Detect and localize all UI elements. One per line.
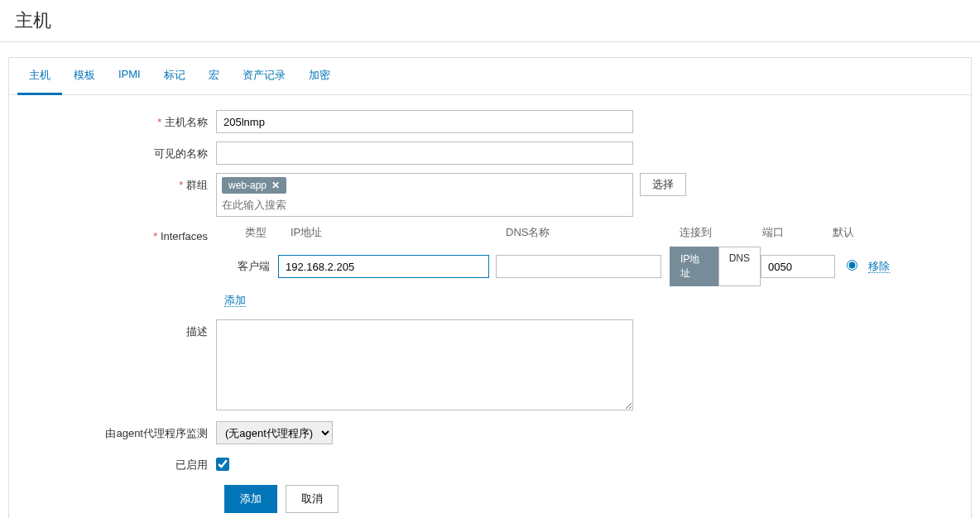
tab-tags[interactable]: 标记 (152, 58, 197, 94)
tab-host[interactable]: 主机 (17, 58, 62, 95)
visible-name-input[interactable] (216, 141, 633, 165)
interface-ip-input[interactable] (278, 255, 489, 278)
enabled-label: 已启用 (26, 453, 216, 472)
groups-multiselect[interactable]: web-app ✕ (216, 173, 633, 217)
page-header: 主机 (0, 0, 980, 42)
hdr-default: 默认 (833, 225, 858, 240)
interface-port-input[interactable] (761, 255, 835, 278)
tab-bar: 主机 模板 IPMI 标记 宏 资产记录 加密 (9, 58, 971, 95)
remove-tag-icon[interactable]: ✕ (271, 180, 280, 191)
description-label: 描述 (26, 319, 216, 339)
content-panel: 主机 模板 IPMI 标记 宏 资产记录 加密 主机名称 可见的名称 (8, 57, 972, 518)
remove-interface-link[interactable]: 移除 (868, 260, 890, 273)
action-buttons: 添加 取消 (26, 485, 954, 513)
submit-button[interactable]: 添加 (224, 485, 277, 513)
connect-dns-button[interactable]: DNS (718, 247, 761, 286)
page-title: 主机 (15, 8, 965, 33)
tab-template[interactable]: 模板 (62, 58, 107, 94)
tab-ipmi[interactable]: IPMI (107, 58, 152, 94)
interface-default-radio[interactable] (847, 260, 858, 271)
interface-header-row: 类型 IP地址 DNS名称 连接到 端口 默认 (216, 225, 954, 240)
form: 主机名称 可见的名称 群组 web-app ✕ (9, 95, 971, 513)
group-search-input[interactable] (222, 197, 627, 213)
host-name-label: 主机名称 (26, 110, 216, 130)
tab-inventory[interactable]: 资产记录 (231, 58, 297, 94)
groups-label: 群组 (26, 173, 216, 193)
hdr-port: 端口 (762, 225, 833, 240)
interface-row: 客户端 IP地址 DNS 移除 (216, 247, 954, 286)
interfaces-label: Interfaces (26, 225, 216, 242)
cancel-button[interactable]: 取消 (286, 485, 339, 513)
interface-type-label: 客户端 (216, 259, 278, 274)
tab-encryption[interactable]: 加密 (297, 58, 342, 94)
select-group-button[interactable]: 选择 (640, 173, 686, 196)
hdr-type: 类型 (245, 225, 291, 240)
connect-to-toggle: IP地址 DNS (670, 247, 761, 286)
agent-label: 由agent代理程序监测 (26, 421, 216, 441)
interface-dns-input[interactable] (496, 255, 661, 278)
group-tag: web-app ✕ (222, 177, 286, 194)
hdr-connect: 连接到 (680, 225, 762, 240)
tab-macros[interactable]: 宏 (197, 58, 231, 94)
group-tag-label: web-app (228, 180, 267, 191)
description-textarea[interactable] (216, 319, 633, 410)
hdr-dns: DNS名称 (506, 225, 671, 240)
agent-select[interactable]: (无agent代理程序) (216, 421, 333, 444)
hdr-ip: IP地址 (291, 225, 497, 240)
host-name-input[interactable] (216, 110, 633, 133)
add-interface-link[interactable]: 添加 (224, 294, 246, 307)
enabled-checkbox[interactable] (216, 458, 229, 471)
visible-name-label: 可见的名称 (26, 141, 216, 161)
connect-ip-button[interactable]: IP地址 (670, 247, 718, 286)
